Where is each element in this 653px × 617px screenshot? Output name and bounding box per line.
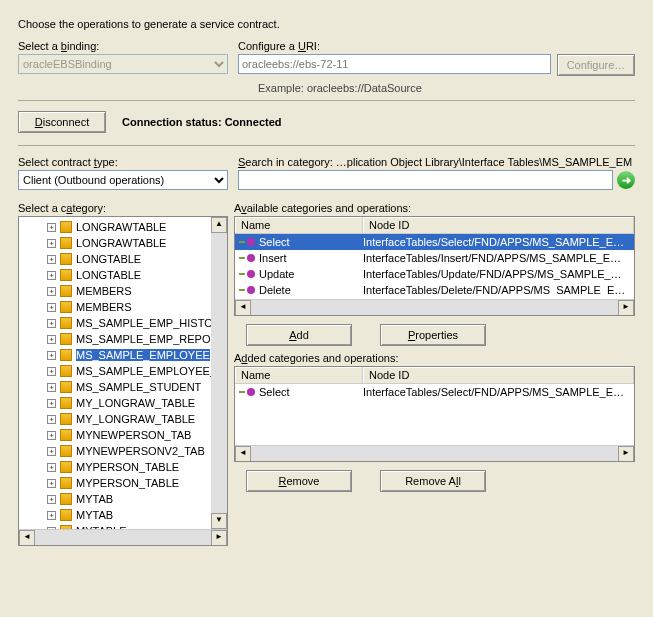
add-button[interactable]: Add [246,324,352,346]
expand-icon[interactable]: + [47,431,56,440]
horizontal-scrollbar[interactable]: ◄ ► [235,445,634,461]
tree-item-label: LONGTABLE [76,269,141,281]
horizontal-scrollbar[interactable]: ◄ ► [19,529,227,545]
tree-item[interactable]: +MEMBERS [19,283,228,299]
horizontal-scrollbar[interactable]: ◄ ► [235,299,634,315]
expand-icon[interactable]: + [47,255,56,264]
expand-icon[interactable]: + [47,271,56,280]
connection-status: Connection status: Connected [122,116,282,128]
binding-select: oracleEBSBinding [18,54,228,74]
scroll-right-icon[interactable]: ► [211,530,227,546]
tree-item[interactable]: +MEMBERS [19,299,228,315]
expand-icon[interactable]: + [47,415,56,424]
tree-item[interactable]: +MS_SAMPLE_EMP_REPORT [19,331,228,347]
expand-icon[interactable]: + [47,223,56,232]
available-label: Available categories and operations: [234,202,635,214]
available-list[interactable]: Name Node ID SelectInterfaceTables/Selec… [234,216,635,316]
added-label: Added categories and operations: [234,352,635,364]
search-go-icon[interactable]: ➜ [617,171,635,189]
operation-node-id: InterfaceTables/Select/FND/APPS/MS_SAMPL… [363,236,634,248]
tree-item-label: LONGRAWTABLE [76,237,166,249]
expand-icon[interactable]: + [47,479,56,488]
operation-name: Delete [259,284,291,294]
tree-item[interactable]: +MYNEWPERSONV2_TAB [19,443,228,459]
tree-item[interactable]: +MYNEWPERSON_TAB [19,427,228,443]
scroll-up-icon[interactable]: ▲ [211,217,227,233]
table-icon [60,381,72,393]
table-icon [60,397,72,409]
scroll-right-icon[interactable]: ► [618,300,634,316]
tree-item[interactable]: +MYPERSON_TABLE [19,459,228,475]
expand-icon[interactable]: + [47,367,56,376]
scroll-left-icon[interactable]: ◄ [235,300,251,316]
scroll-left-icon[interactable]: ◄ [19,530,35,546]
operation-name: Select [259,236,290,248]
expand-icon[interactable]: + [47,463,56,472]
list-item[interactable]: InsertInterfaceTables/Insert/FND/APPS/MS… [235,250,634,266]
uri-example: Example: oracleebs://DataSource [258,82,635,94]
tree-item[interactable]: +LONGRAWTABLE [19,235,228,251]
tree-item[interactable]: +MY_LONGRAW_TABLE [19,411,228,427]
tree-item[interactable]: +MS_SAMPLE_EMP_HISTORY [19,315,228,331]
tree-item[interactable]: +MS_SAMPLE_EMPLOYEE_REPO [19,363,228,379]
category-tree[interactable]: +LONGRAWTABLE+LONGRAWTABLE+LONGTABLE+LON… [18,216,228,546]
tree-item[interactable]: +MYPERSON_TABLE [19,475,228,491]
remove-button[interactable]: Remove [246,470,352,492]
expand-icon[interactable]: + [47,303,56,312]
tree-item[interactable]: +MYTAB [19,507,228,523]
search-input[interactable] [238,170,613,190]
tree-item-label: MS_SAMPLE_EMPLOYEE_REPO [76,365,228,377]
table-icon [60,253,72,265]
scroll-right-icon[interactable]: ► [618,446,634,462]
operation-name: Insert [259,252,287,264]
scroll-down-icon[interactable]: ▼ [211,513,227,529]
contract-type-select[interactable]: Client (Outbound operations) [18,170,228,190]
expand-icon[interactable]: + [47,495,56,504]
table-icon [60,333,72,345]
expand-icon[interactable]: + [47,511,56,520]
operation-node-id: InterfaceTables/Delete/FND/APPS/MS_SAMPL… [363,284,634,294]
remove-all-button[interactable]: Remove All [380,470,486,492]
tree-item-label: MYPERSON_TABLE [76,477,179,489]
tree-item-label: MY_LONGRAW_TABLE [76,413,195,425]
tree-item[interactable]: +MS_SAMPLE_STUDENT [19,379,228,395]
tree-item[interactable]: +MS_SAMPLE_EMPLOYEE [19,347,228,363]
expand-icon[interactable]: + [47,399,56,408]
list-item[interactable]: SelectInterfaceTables/Select/FND/APPS/MS… [235,384,634,400]
expand-icon[interactable]: + [47,287,56,296]
list-item[interactable]: UpdateInterfaceTables/Update/FND/APPS/MS… [235,266,634,282]
table-icon [60,413,72,425]
added-list[interactable]: Name Node ID SelectInterfaceTables/Selec… [234,366,635,462]
tree-item[interactable]: +LONGTABLE [19,251,228,267]
scroll-left-icon[interactable]: ◄ [235,446,251,462]
table-icon [60,445,72,457]
table-icon [60,221,72,233]
expand-icon[interactable]: + [47,351,56,360]
divider [18,100,635,101]
vertical-scrollbar[interactable]: ▲ ▼ [211,217,227,529]
table-icon [60,509,72,521]
category-label: Select a category: [18,202,228,214]
tree-item-label: MEMBERS [76,301,132,313]
operation-icon [247,388,255,396]
tree-item-label: LONGTABLE [76,253,141,265]
expand-icon[interactable]: + [47,319,56,328]
list-item[interactable]: SelectInterfaceTables/Select/FND/APPS/MS… [235,234,634,250]
operation-icon [247,270,255,278]
tree-item[interactable]: +MY_LONGRAW_TABLE [19,395,228,411]
expand-icon[interactable]: + [47,383,56,392]
expand-icon[interactable]: + [47,239,56,248]
tree-item[interactable]: +MYTAB [19,491,228,507]
properties-button[interactable]: Properties [380,324,486,346]
table-icon [60,317,72,329]
tree-item-label: MEMBERS [76,285,132,297]
binding-label: Select a binding: [18,40,228,52]
list-item[interactable]: DeleteInterfaceTables/Delete/FND/APPS/MS… [235,282,634,294]
expand-icon[interactable]: + [47,335,56,344]
table-icon [60,365,72,377]
tree-item-label: MS_SAMPLE_EMP_REPORT [76,333,225,345]
tree-item[interactable]: +LONGTABLE [19,267,228,283]
expand-icon[interactable]: + [47,447,56,456]
disconnect-button[interactable]: Disconnect [18,111,106,133]
tree-item[interactable]: +LONGRAWTABLE [19,219,228,235]
